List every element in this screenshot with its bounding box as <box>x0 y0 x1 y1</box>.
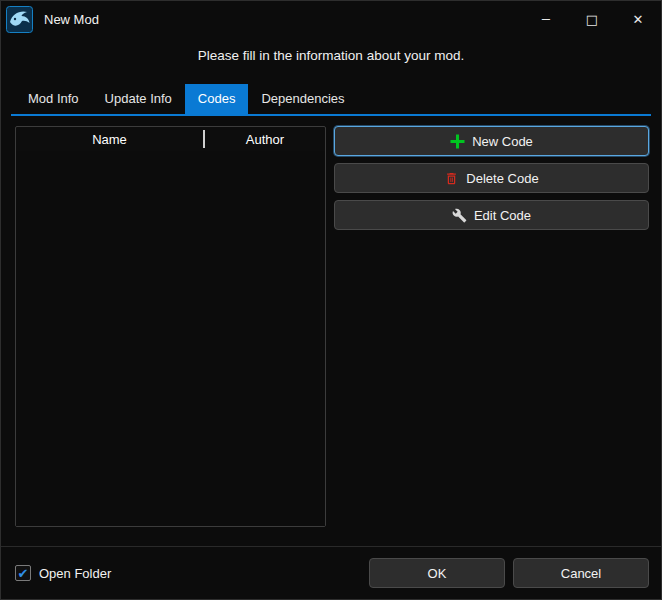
open-folder-option[interactable]: ✔ Open Folder <box>15 565 111 581</box>
tab-codes[interactable]: Codes <box>185 84 249 114</box>
cancel-button[interactable]: Cancel <box>513 558 649 588</box>
new-code-button[interactable]: New Code <box>334 126 649 156</box>
open-folder-checkbox[interactable]: ✔ <box>15 565 31 581</box>
ok-button[interactable]: OK <box>369 558 505 588</box>
codes-table-header: Name Author <box>16 127 325 151</box>
wrench-icon <box>452 208 467 223</box>
open-folder-label: Open Folder <box>39 566 111 581</box>
tab-mod-info[interactable]: Mod Info <box>15 84 92 114</box>
trash-icon <box>444 171 459 186</box>
new-code-label: New Code <box>472 134 533 149</box>
code-actions-panel: New Code Delete Code Edit Code <box>334 126 649 528</box>
column-header-author[interactable]: Author <box>205 132 325 147</box>
window-title: New Mod <box>44 12 99 27</box>
tab-dependencies[interactable]: Dependencies <box>248 84 357 114</box>
titlebar: New Mod ─ □ ✕ <box>1 1 661 37</box>
dialog-instruction: Please fill in the information about you… <box>1 48 661 63</box>
plus-icon <box>450 134 465 149</box>
edit-code-label: Edit Code <box>474 208 531 223</box>
codes-table[interactable]: Name Author <box>15 126 326 527</box>
codes-table-body[interactable] <box>16 151 325 526</box>
dialog-footer: ✔ Open Folder OK Cancel <box>1 546 661 599</box>
delete-code-button[interactable]: Delete Code <box>334 163 649 193</box>
edit-code-button[interactable]: Edit Code <box>334 200 649 230</box>
codes-tab-content: Name Author New Code Dele <box>1 116 661 546</box>
new-mod-dialog: New Mod ─ □ ✕ Please fill in the informa… <box>0 0 662 600</box>
minimize-button[interactable]: ─ <box>523 1 569 37</box>
delete-code-label: Delete Code <box>466 171 538 186</box>
close-button[interactable]: ✕ <box>615 1 661 37</box>
app-icon <box>6 6 33 33</box>
maximize-button[interactable]: □ <box>569 1 615 37</box>
tab-bar: Mod Info Update Info Codes Dependencies <box>11 84 651 116</box>
tab-update-info[interactable]: Update Info <box>92 84 185 114</box>
column-header-name[interactable]: Name <box>16 132 203 147</box>
